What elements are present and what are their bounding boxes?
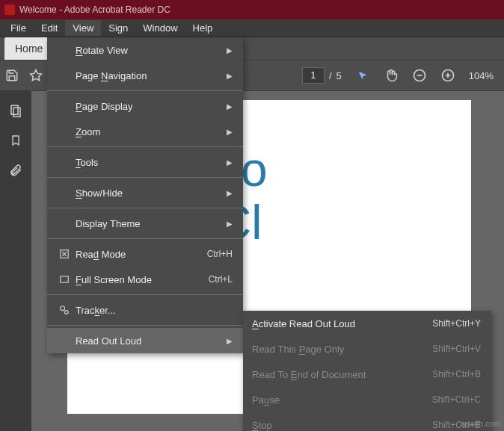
svg-rect-7: [13, 108, 20, 117]
menu-separator: [47, 325, 243, 326]
zoom-in-icon[interactable]: [440, 68, 455, 83]
page-current-input[interactable]: [302, 67, 325, 84]
svg-point-10: [61, 306, 65, 311]
menu-separator: [47, 208, 243, 208]
tab-home[interactable]: Home: [4, 37, 53, 60]
menu-zoom[interactable]: Zoom▶: [47, 119, 243, 144]
menu-read-mode[interactable]: Read ModeCtrl+H: [47, 241, 243, 267]
submenu-pause: PauseShift+Ctrl+C: [243, 387, 491, 412]
submenu-activate[interactable]: Activate Read Out LoudShift+Ctrl+Y: [243, 311, 491, 336]
svg-marker-0: [31, 70, 42, 81]
tracker-icon: [55, 305, 74, 315]
menu-file[interactable]: File: [3, 20, 34, 36]
menu-full-screen[interactable]: Full Screen ModeCtrl+L: [47, 267, 243, 292]
zoom-out-icon[interactable]: [412, 68, 427, 83]
page-indicator: / 5: [302, 67, 342, 84]
svg-rect-9: [61, 276, 69, 282]
menu-page-navigation[interactable]: Page Navigation▶: [47, 63, 243, 88]
svg-rect-6: [11, 105, 18, 114]
submenu-page-only: Read This Page OnlyShift+Ctrl+V: [243, 336, 491, 362]
app-icon: [4, 4, 15, 15]
page-total: 5: [336, 70, 342, 81]
menu-separator: [47, 177, 243, 178]
menu-read-out-loud[interactable]: Read Out Loud▶: [47, 328, 243, 353]
thumbnails-icon[interactable]: [8, 103, 23, 118]
select-tool-icon[interactable]: [355, 68, 370, 83]
menu-separator: [47, 90, 243, 91]
menu-edit[interactable]: Edit: [34, 20, 65, 36]
zoom-level[interactable]: 104%: [469, 70, 494, 81]
view-menu: Rotate View▶ Page Navigation▶ Page Displ…: [47, 37, 243, 353]
menu-separator: [47, 146, 243, 147]
page-sep: /: [329, 70, 332, 81]
read-mode-icon: [55, 249, 74, 259]
title-bar: Welcome - Adobe Acrobat Reader DC: [0, 0, 504, 19]
menu-view[interactable]: View: [65, 20, 101, 36]
menu-tracker[interactable]: Tracker...: [47, 297, 243, 323]
menu-show-hide[interactable]: Show/Hide▶: [47, 180, 243, 205]
menu-help[interactable]: Help: [185, 20, 221, 36]
read-out-loud-submenu: Activate Read Out LoudShift+Ctrl+Y Read …: [243, 311, 491, 431]
submenu-stop: StopShift+Ctrl+E: [243, 412, 491, 431]
menu-window[interactable]: Window: [135, 20, 185, 36]
menu-display-theme[interactable]: Display Theme▶: [47, 211, 243, 236]
hand-tool-icon[interactable]: [384, 68, 399, 83]
side-panel: [0, 91, 31, 431]
svg-point-11: [65, 311, 69, 314]
save-icon[interactable]: [4, 68, 19, 83]
fullscreen-icon: [55, 274, 74, 285]
menu-tools[interactable]: Tools▶: [47, 149, 243, 175]
menu-sign[interactable]: Sign: [101, 20, 135, 36]
watermark: wsxdn.com: [460, 419, 501, 428]
attachment-icon[interactable]: [8, 163, 23, 178]
star-icon[interactable]: [28, 68, 43, 83]
window-title: Welcome - Adobe Acrobat Reader DC: [19, 4, 170, 15]
bookmark-icon[interactable]: [8, 133, 23, 148]
menu-rotate-view[interactable]: Rotate View▶: [47, 37, 243, 63]
menu-separator: [47, 294, 243, 295]
submenu-read-to-end: Read To End of DocumentShift+Ctrl+B: [243, 362, 491, 387]
menu-separator: [47, 238, 243, 239]
menu-page-display[interactable]: Page Display▶: [47, 93, 243, 119]
menu-bar: File Edit View Sign Window Help: [0, 19, 504, 37]
